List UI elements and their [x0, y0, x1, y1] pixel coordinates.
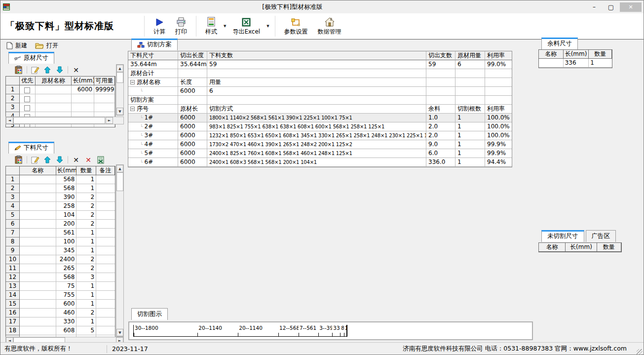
name-cell[interactable] — [20, 184, 56, 193]
note-cell[interactable] — [96, 291, 115, 300]
open-button[interactable]: 打开 — [35, 41, 58, 50]
plan-row[interactable]: └1# 6000 1800×1 1140×2 568×1 561×1 390×1… — [128, 114, 512, 122]
length-cell[interactable]: 258 — [56, 202, 77, 211]
length-cell[interactable] — [72, 103, 94, 112]
row-number-cell[interactable]: 5 — [6, 211, 20, 220]
note-cell[interactable] — [96, 220, 115, 229]
row-number-cell[interactable]: 2 — [6, 94, 20, 103]
quantity-cell[interactable]: 2 — [76, 309, 96, 317]
scroll-track[interactable] — [116, 191, 123, 329]
plan-row[interactable]: └2# 6000 983×1 825×1 755×1 638×1 638×1 6… — [128, 122, 512, 131]
move-up-icon[interactable] — [43, 66, 52, 75]
name-cell[interactable] — [20, 202, 56, 211]
row-number-cell[interactable]: 3 — [6, 103, 20, 112]
tab-uncut-sizes[interactable]: 未切割尺寸 — [541, 230, 584, 242]
row-number-cell[interactable]: 17 — [6, 317, 20, 326]
plan-row[interactable]: └5# 6000 2400×1 825×1 760×1 608×1 568×1 … — [128, 149, 512, 158]
tab-raw-sizes[interactable]: 原材尺寸 — [8, 52, 54, 64]
quantity-cell[interactable]: 1 — [76, 184, 96, 193]
note-cell[interactable] — [96, 229, 115, 237]
name-cell[interactable] — [20, 229, 56, 237]
quantity-cell[interactable]: 2 — [76, 202, 96, 211]
collapse-expander-icon[interactable] — [130, 80, 135, 84]
note-cell[interactable] — [96, 264, 115, 273]
row-number-cell[interactable]: 13 — [6, 282, 20, 291]
plan-row[interactable]: └6# 6000 2400×1 608×3 568×1 568×1 200×1 … — [128, 158, 512, 167]
tab-ad-area[interactable]: 广告区 — [586, 230, 616, 242]
export-dropdown-arrow[interactable]: ▼ — [265, 13, 270, 39]
name-cell[interactable] — [20, 317, 56, 326]
delete-all-icon[interactable]: ✕ — [84, 156, 93, 164]
note-cell[interactable] — [96, 175, 115, 184]
priority-checkbox[interactable] — [24, 87, 30, 93]
delete-icon[interactable]: ✕ — [72, 66, 80, 75]
row-number-cell[interactable]: 10 — [6, 255, 20, 264]
row-number-cell[interactable]: 2 — [6, 184, 20, 193]
length-cell[interactable]: 568 — [56, 273, 77, 282]
new-button[interactable]: 新建 — [6, 41, 27, 50]
name-cell[interactable] — [36, 103, 72, 112]
quantity-cell[interactable]: 2 — [76, 264, 96, 273]
row-number-cell[interactable]: 3 — [6, 193, 20, 202]
plan-row[interactable]: └4# 6000 1730×2 470×1 460×1 390×1 265×1 … — [128, 140, 512, 149]
quantity-cell[interactable]: 2 — [76, 220, 96, 229]
scroll-left-button[interactable]: ◄ — [6, 117, 13, 124]
quantity-cell[interactable]: 1 — [76, 282, 96, 291]
length-cell[interactable]: 390 — [56, 193, 77, 202]
name-cell[interactable] — [20, 282, 56, 291]
row-number-cell[interactable]: 11 — [6, 264, 20, 273]
scroll-thumb[interactable] — [116, 172, 123, 191]
row-number-cell[interactable]: 15 — [6, 300, 20, 309]
note-cell[interactable] — [96, 300, 115, 309]
scroll-down-button[interactable]: ▼ — [116, 108, 123, 115]
available-cell[interactable] — [94, 103, 115, 112]
paste-icon[interactable] — [14, 156, 23, 164]
parameter-settings-button[interactable]: 参数设置 — [279, 13, 313, 39]
cut-vertical-scrollbar[interactable]: ▲ ▼ — [116, 164, 124, 337]
tab-cutting-plan[interactable]: 切割方案 — [131, 39, 178, 50]
row-number-cell[interactable]: 8 — [6, 237, 20, 246]
calculate-button[interactable]: 计算 — [149, 13, 170, 39]
name-cell[interactable] — [20, 326, 56, 335]
note-cell[interactable] — [96, 237, 115, 246]
row-number-cell[interactable]: 12 — [6, 273, 20, 282]
quantity-cell[interactable]: 1 — [76, 291, 96, 300]
scroll-right-button[interactable]: ► — [106, 117, 113, 124]
note-cell[interactable] — [96, 255, 115, 264]
print-button[interactable]: 打印 — [170, 13, 192, 39]
note-cell[interactable] — [96, 317, 115, 326]
length-cell[interactable]: 265 — [56, 264, 77, 273]
scroll-up-button[interactable]: ▲ — [116, 65, 123, 72]
note-cell[interactable] — [96, 184, 115, 193]
length-cell[interactable]: 755 — [56, 291, 77, 300]
note-cell[interactable] — [96, 211, 115, 220]
quantity-cell[interactable]: 1 — [76, 229, 96, 237]
name-cell[interactable] — [20, 300, 56, 309]
length-cell[interactable]: 2400 — [56, 255, 77, 264]
priority-checkbox[interactable] — [24, 96, 30, 102]
length-cell[interactable]: 600 — [56, 300, 77, 309]
note-cell[interactable] — [96, 282, 115, 291]
priority-checkbox[interactable] — [24, 105, 30, 111]
note-cell[interactable] — [96, 309, 115, 317]
raw-horizontal-scrollbar[interactable]: ◄ ► — [5, 117, 124, 124]
name-cell[interactable] — [20, 175, 56, 184]
name-cell[interactable] — [20, 246, 56, 255]
quantity-cell[interactable]: 1 — [76, 246, 96, 255]
available-cell[interactable]: 999999 — [94, 85, 115, 94]
note-cell[interactable] — [96, 326, 115, 335]
row-number-cell[interactable]: 9 — [6, 246, 20, 255]
length-cell[interactable]: 330 — [56, 317, 77, 326]
length-cell[interactable]: 460 — [56, 309, 77, 317]
edit-icon[interactable] — [31, 156, 39, 164]
maximize-button[interactable]: ▢ — [603, 2, 619, 12]
length-cell[interactable]: 100 — [56, 237, 77, 246]
data-management-button[interactable]: 数据管理 — [313, 13, 346, 39]
move-down-icon[interactable] — [55, 66, 64, 75]
name-cell[interactable] — [20, 211, 56, 220]
row-number-cell[interactable]: 16 — [6, 309, 20, 317]
resize-grip[interactable] — [637, 349, 643, 355]
scroll-up-button[interactable]: ▲ — [116, 165, 123, 172]
length-cell[interactable]: 200 — [56, 220, 77, 229]
quantity-cell[interactable]: 1 — [76, 237, 96, 246]
